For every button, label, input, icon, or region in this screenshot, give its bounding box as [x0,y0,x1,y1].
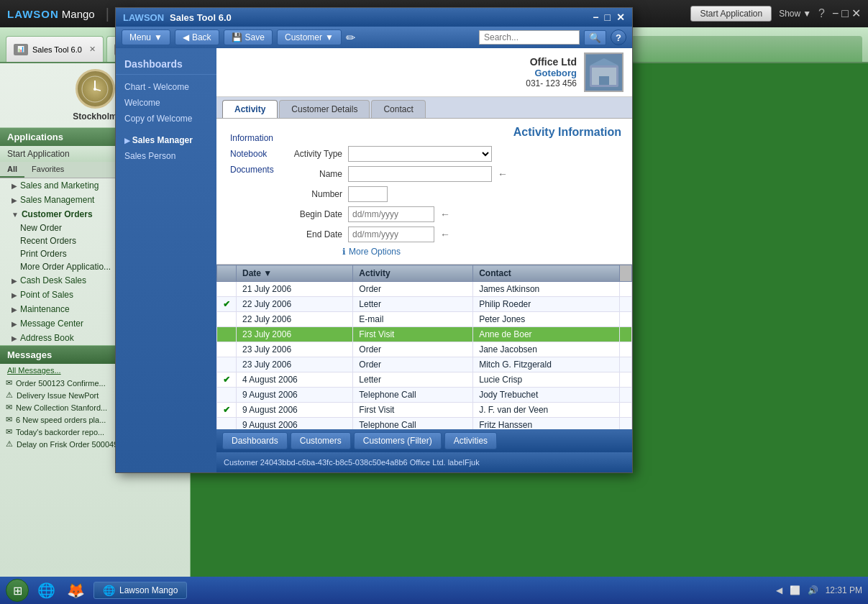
start-button[interactable]: ⊞ [6,579,29,602]
cell-activity: Letter [353,297,473,312]
table-row[interactable]: 22 July 2006 E-mail Peter Jones [217,312,632,327]
cell-activity: First Visit [353,403,473,418]
cell-contact: Peter Jones [473,312,620,327]
cell-scroll [620,403,632,418]
cell-activity: Telephone Call [353,418,473,430]
tab-icon: 📊 [14,44,28,55]
tab-contact[interactable]: Contact [371,100,425,118]
notebook-link[interactable]: Notebook [227,147,285,160]
nav-copy-welcome[interactable]: Copy of Welcome [116,111,216,127]
tab-customer-details[interactable]: Customer Details [279,100,370,118]
cell-date: 22 July 2006 [237,312,353,327]
edit-icon[interactable]: ✏ [346,31,355,45]
taskbar-volume-icon[interactable]: 🔊 [808,585,818,595]
modal-help-button[interactable]: ? [611,29,626,45]
separator: | [106,6,109,22]
bottom-nav-customers-filter[interactable]: Customers (Filter) [354,432,442,449]
table-row[interactable]: 23 July 2006 Order Mitch G. Fitzgerald [217,357,632,372]
col-date[interactable]: Date ▼ [237,265,353,282]
taskbar: ⊞ 🌐 🦊 🌐 Lawson Mango ◀ ⬜ 🔊 12:31 PM [0,577,868,604]
maximize-button[interactable]: □ [841,8,849,19]
begin-date-input[interactable] [348,206,434,222]
status-bar: Customer 24043bbd-c6ba-43fc-b8c5-038c50e… [216,452,632,472]
cell-scroll [620,388,632,403]
table-row[interactable]: 23 July 2006 Order Jane Jacobsen [217,342,632,357]
company-logo [584,52,623,92]
modal-close[interactable]: ✕ [616,12,625,23]
table-row[interactable]: ✔ 22 July 2006 Letter Philip Roeder [217,297,632,312]
end-date-input[interactable] [348,226,434,242]
cell-check [217,388,237,403]
name-input[interactable] [348,166,492,182]
table-row[interactable]: 9 August 2006 Telephone Call Fritz Hanss… [217,418,632,430]
cell-date: 4 August 2006 [237,372,353,388]
table-row[interactable]: 21 July 2006 Order James Atkinson [217,282,632,297]
more-options-button[interactable]: ℹ More Options [285,247,621,257]
modal-restore[interactable]: □ [605,12,611,23]
begin-date-arrow-icon[interactable]: ← [440,209,450,220]
end-date-row: End Date ← [285,226,621,242]
svg-point-3 [93,88,96,91]
bottom-nav-dashboards[interactable]: Dashboards [222,432,288,449]
modal-titlebar: LAWSON Sales Tool 6.0 − □ ✕ [116,8,632,27]
table-row[interactable]: 9 August 2006 Telephone Call Jody Trebuc… [217,388,632,403]
col-activity[interactable]: Activity [353,265,473,282]
modal-minimize[interactable]: − [593,12,598,23]
cell-activity: Letter [353,372,473,388]
cell-contact: J. F. van der Veen [473,403,620,418]
start-application-button[interactable]: Start Application [690,6,772,22]
modal-nav: Dashboards Chart - Welcome Welcome Copy … [116,48,216,472]
modal-window: LAWSON Sales Tool 6.0 − □ ✕ Menu ▼ ◀ Bac… [115,7,633,473]
end-date-arrow-icon[interactable]: ← [440,229,450,240]
nav-tab-all[interactable]: All [0,162,24,178]
col-scroll [620,265,632,282]
table-row[interactable]: ✔ 4 August 2006 Letter Lucie Crisp [217,372,632,388]
cell-check [217,327,237,342]
minimize-button[interactable]: − [832,8,839,19]
nav-chart-welcome[interactable]: Chart - Welcome [116,79,216,95]
menu-button[interactable]: Menu ▼ [122,29,170,45]
nav-prev-icon[interactable]: ◀ [776,585,782,595]
col-contact[interactable]: Contact [473,265,620,282]
activity-type-select[interactable] [348,146,492,162]
cell-activity: Telephone Call [353,388,473,403]
documents-link[interactable]: Documents [227,163,285,176]
activity-type-label: Activity Type [285,149,342,159]
tab-activity[interactable]: Activity [222,100,278,118]
modal-title: Sales Tool 6.0 [170,12,232,23]
activity-type-row: Activity Type [285,146,621,162]
tab-sales-tool[interactable]: 📊 Sales Tool 6.0 ✕ [6,36,104,62]
bottom-nav-activities[interactable]: Activities [444,432,497,449]
cell-scroll [620,312,632,327]
customer-button[interactable]: Customer ▼ [277,29,342,45]
cell-scroll [620,342,632,357]
cell-check [217,418,237,430]
col-check [217,265,237,282]
taskbar-ie-icon[interactable]: 🌐 [35,580,58,600]
table-row[interactable]: 23 July 2006 First Visit Anne de Boer [217,327,632,342]
close-button[interactable]: ✕ [851,8,861,19]
help-icon[interactable]: ? [818,7,825,20]
cell-date: 9 August 2006 [237,388,353,403]
taskbar-lawson-app[interactable]: 🌐 Lawson Mango [93,582,187,599]
show-button[interactable]: Show ▼ [779,9,811,19]
modal-search-input[interactable] [479,30,580,45]
name-arrow-icon[interactable]: ← [498,168,508,180]
number-input[interactable] [348,186,388,202]
table-row[interactable]: ✔ 9 August 2006 First Visit J. F. van de… [217,403,632,418]
table-scroll[interactable]: Date ▼ Activity Contact 21 July 2006 Ord… [216,265,632,429]
cell-scroll [620,372,632,388]
cell-check: ✔ [217,297,237,312]
bottom-nav-customers[interactable]: Customers [291,432,351,449]
nav-welcome[interactable]: Welcome [116,95,216,111]
back-button[interactable]: ◀ Back [175,29,219,45]
name-row: Name ← [285,166,621,182]
cell-contact: Mitch G. Fitzgerald [473,357,620,372]
save-button[interactable]: 💾 Save [224,29,273,45]
modal-search-button[interactable]: 🔍 [584,30,606,45]
taskbar-firefox-icon[interactable]: 🦊 [64,580,88,600]
info-link[interactable]: Information [227,132,285,145]
tab-close[interactable]: ✕ [89,45,96,54]
nav-tab-favorites[interactable]: Favorites [24,162,71,178]
nav-sales-person[interactable]: Sales Person [116,148,216,164]
